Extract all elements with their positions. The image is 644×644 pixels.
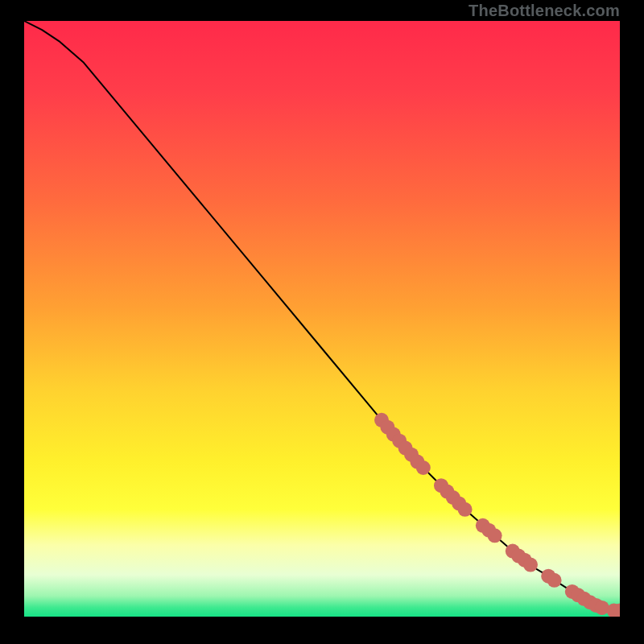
plot-area [24,21,620,617]
data-point [488,528,502,543]
data-point [547,573,562,588]
data-point [523,558,538,572]
chart-svg [24,21,620,617]
data-point [458,502,473,517]
gradient-background [24,21,620,617]
data-point [416,460,431,475]
chart-stage: TheBottleneck.com [0,0,644,644]
watermark-text: TheBottleneck.com [469,2,620,20]
